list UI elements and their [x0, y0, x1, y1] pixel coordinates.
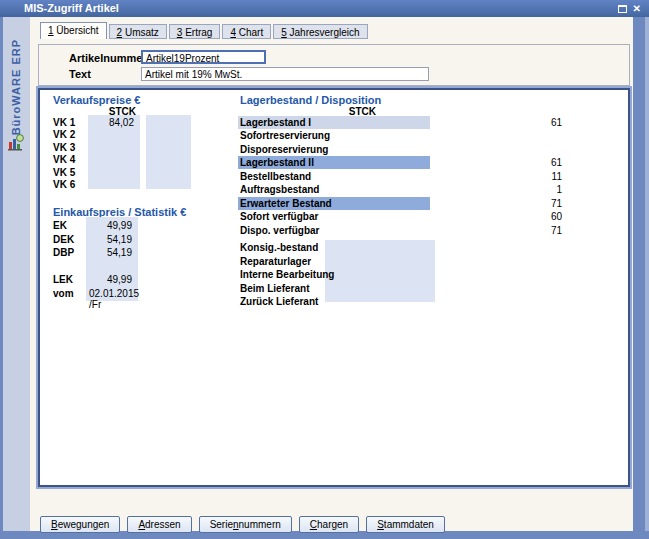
restore-icon[interactable] [618, 5, 627, 13]
lager-row: Lagerbestand II61 [238, 156, 430, 169]
overview-panel: Verkaufspreise € STCK VK 184,02 VK 2 VK … [38, 88, 630, 487]
lager-row: Sofortreservierung [238, 129, 430, 142]
konsig-label: Interne Bearbeitung [240, 269, 334, 280]
verkauf-section-title: Verkaufspreise € [53, 94, 140, 106]
app-window: MIS-Zugriff Artikel ✕ BüroWARE ERP 1 Übe… [0, 0, 649, 539]
stammdaten-button[interactable]: Stammdaten [366, 516, 445, 533]
tab-umsatz[interactable]: 2 Umsatz [109, 24, 167, 39]
konsig-value-box [325, 240, 435, 302]
artikelnummer-input[interactable]: Artikel19Prozent [141, 50, 266, 64]
close-icon[interactable]: ✕ [633, 4, 641, 14]
tab-jahresvergleich[interactable]: 5 Jahresvergleich [273, 24, 367, 39]
lager-row: Sofort verfügbar60 [238, 210, 430, 223]
lager-row: Disporeservierung [238, 143, 430, 156]
window-title: MIS-Zugriff Artikel [24, 2, 119, 14]
konsig-label: Konsig.-bestand [240, 242, 318, 253]
adressen-button[interactable]: Adressen [127, 516, 191, 533]
brand-sidebar: BüroWARE ERP [3, 17, 30, 531]
lager-row: Lagerbestand I61 [238, 116, 430, 129]
article-header-group: Artikelnummer Artikel19Prozent Text Arti… [38, 44, 630, 86]
chart-icon[interactable] [7, 133, 27, 151]
artikelnummer-label: Artikelnummer [69, 52, 147, 64]
titlebar: MIS-Zugriff Artikel ✕ [0, 0, 649, 17]
konsig-label: Beim Lieferant [240, 283, 309, 294]
lager-row: Auftragsbestand1 [238, 183, 430, 196]
verkauf-value-box-2 [146, 115, 191, 189]
tab-chart[interactable]: 4 Chart [222, 24, 271, 39]
bottom-button-bar: Bewegungen Adressen Seriennummern Charge… [40, 516, 445, 533]
seriennummern-button[interactable]: Seriennummern [199, 516, 292, 533]
text-label: Text [69, 68, 91, 80]
lager-row: Erwarteter Bestand71 [238, 197, 430, 210]
konsig-label: Zurück Lieferant [240, 296, 318, 307]
brand-text: BüroWARE ERP [10, 39, 22, 135]
text-input[interactable]: Artikel mit 19% MwSt. [141, 67, 429, 81]
tab-ertrag[interactable]: 3 Ertrag [169, 24, 221, 39]
window-frame-right [633, 17, 649, 531]
bewegungen-button[interactable]: Bewegungen [40, 516, 120, 533]
lager-row: Bestellbestand11 [238, 170, 430, 183]
tab-uebersicht[interactable]: 1 Übersicht [40, 22, 107, 39]
chargen-button[interactable]: Chargen [299, 516, 359, 533]
lager-row: Dispo. verfügbar71 [238, 224, 430, 237]
lager-section-title: Lagerbestand / Disposition [240, 94, 381, 106]
tab-strip: 1 Übersicht 2 Umsatz 3 Ertrag 4 Chart 5 … [40, 22, 370, 39]
konsig-label: Reparaturlager [240, 256, 311, 267]
